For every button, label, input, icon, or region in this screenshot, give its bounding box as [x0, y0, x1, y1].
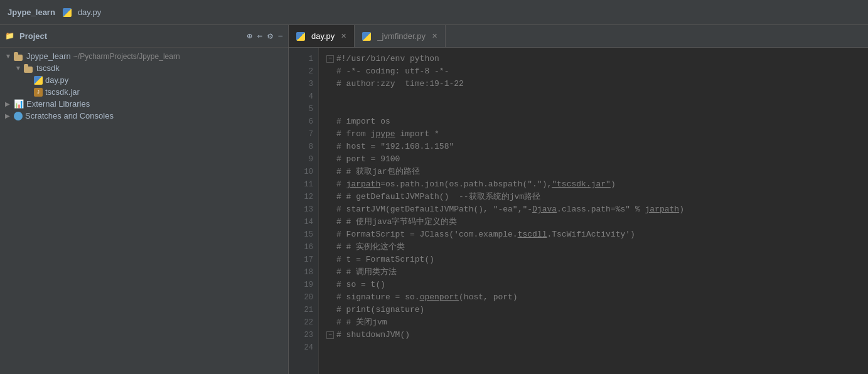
- py-icon-tab2: [362, 32, 371, 41]
- code-text-1: #!/usr/bin/env python: [336, 53, 439, 65]
- line-num-4: 4: [289, 90, 318, 103]
- code-text-14: # # 使用java字节码中定义的类: [336, 216, 457, 228]
- line-num-24: 24: [289, 341, 318, 354]
- code-text-20: # signature = so.openport(host, port): [336, 291, 518, 304]
- sidebar-label-root-path: ~/PycharmProjects/Jpype_learn: [73, 52, 180, 61]
- py-icon-day: [34, 76, 43, 85]
- code-line-16: # # 实例化这个类: [326, 241, 868, 254]
- py-icon-title: [63, 8, 72, 17]
- folder-icon-tscsdk: [24, 64, 34, 73]
- code-line-4: [326, 90, 868, 103]
- tree-arrow-root: [5, 53, 14, 60]
- code-line-22: # # 关闭jvm: [326, 316, 868, 329]
- code-text-9: # port = 9100: [336, 153, 400, 166]
- code-line-15: # FormatScript = JClass('com.example.tsc…: [326, 228, 868, 241]
- code-line-5: [326, 103, 868, 115]
- sidebar-header-title: Project: [19, 31, 47, 41]
- sidebar-item-ext-libs[interactable]: 📊 External Libraries: [0, 98, 288, 110]
- code-text-8: # host = "192.168.1.158": [336, 141, 454, 153]
- line-num-2: 2: [289, 65, 318, 78]
- code-text-23: # shutdownJVM(): [336, 329, 410, 341]
- fold-1[interactable]: −: [326, 55, 334, 63]
- tab-label-jvmfinder-py: _jvmfinder.py: [377, 31, 426, 41]
- title-file-tab: day.py: [63, 8, 101, 17]
- code-text-7: # from jpype import *: [336, 128, 439, 141]
- tab-day-py[interactable]: day.py ✕: [289, 25, 355, 47]
- line-num-6: 6: [289, 115, 318, 128]
- minimize-icon[interactable]: −: [278, 31, 283, 41]
- line-num-12: 12: [289, 191, 318, 203]
- code-line-1: − #!/usr/bin/env python: [326, 53, 868, 65]
- py-icon-tab1: [296, 32, 305, 41]
- sidebar-label-tscsdk: tscsdk: [36, 63, 60, 73]
- sidebar-header-icons: ⊕ ⇐ ⚙ −: [247, 31, 283, 41]
- lib-icon: 📊: [14, 99, 24, 109]
- tree-arrow-scratches: [5, 112, 14, 119]
- code-text-17: # t = FormatScript(): [336, 254, 434, 266]
- code-line-18: # # 调用类方法: [326, 266, 868, 279]
- code-line-7: # from jpype import *: [326, 128, 868, 141]
- line-num-18: 18: [289, 266, 318, 279]
- code-line-24: [326, 341, 868, 354]
- line-num-15: 15: [289, 228, 318, 241]
- code-text-24: [336, 341, 341, 354]
- editor-tabs: day.py ✕ _jvmfinder.py ✕: [289, 25, 868, 48]
- line-num-9: 9: [289, 153, 318, 166]
- code-text-10: # # 获取jar包的路径: [336, 166, 420, 178]
- tab-close-day-py[interactable]: ✕: [341, 32, 346, 40]
- sidebar-header: 📁 Project ⊕ ⇐ ⚙ −: [0, 25, 288, 48]
- sidebar-item-tscsdk[interactable]: tscsdk: [0, 62, 288, 74]
- code-line-12: # # getDefaultJVMPath() --获取系统的jvm路径: [326, 191, 868, 203]
- add-icon[interactable]: ⊕: [247, 31, 252, 41]
- code-line-23: − # shutdownJVM(): [326, 329, 868, 341]
- tab-close-jvmfinder-py[interactable]: ✕: [432, 32, 437, 40]
- code-line-21: # print(signature): [326, 304, 868, 316]
- line-num-1: 1: [289, 53, 318, 65]
- sidebar-label-day-py: day.py: [45, 75, 68, 85]
- project-title: Jpype_learn: [8, 8, 55, 17]
- line-num-8: 8: [289, 141, 318, 153]
- settings-icon[interactable]: ⚙: [267, 31, 272, 41]
- sidebar-item-tscsdk-jar[interactable]: J tscsdk.jar: [0, 86, 288, 98]
- code-line-2: # -*- coding: utf-8 -*-: [326, 65, 868, 78]
- title-bar: Jpype_learn day.py: [0, 0, 868, 25]
- code-content[interactable]: − #!/usr/bin/env python # -*- coding: ut…: [319, 48, 868, 374]
- line-num-7: 7: [289, 128, 318, 141]
- sidebar-label-scratches: Scratches and Consoles: [25, 111, 114, 120]
- code-text-16: # # 实例化这个类: [336, 241, 405, 254]
- code-text-12: # # getDefaultJVMPath() --获取系统的jvm路径: [336, 191, 540, 203]
- line-num-11: 11: [289, 178, 318, 191]
- sidebar: 📁 Project ⊕ ⇐ ⚙ − Jpype_learn ~/PycharmP…: [0, 25, 289, 374]
- code-text-13: # startJVM(getDefaultJVMPath(), "-ea","-…: [336, 203, 684, 216]
- sidebar-item-day-py[interactable]: day.py: [0, 74, 288, 86]
- sidebar-item-root[interactable]: Jpype_learn ~/PycharmProjects/Jpype_lear…: [0, 50, 288, 62]
- code-text-3: # author:zzy time:19-1-22: [336, 78, 464, 90]
- code-editor[interactable]: 1 2 3 4 5 6 7 8 9 10 11 12 13 14 15 16 1…: [289, 48, 868, 374]
- code-text-22: # # 关闭jvm: [336, 316, 387, 329]
- code-line-3: # author:zzy time:19-1-22: [326, 78, 868, 90]
- folder-icon-root: [14, 52, 24, 61]
- sidebar-item-scratches[interactable]: Scratches and Consoles: [0, 110, 288, 122]
- title-file-name: day.py: [78, 8, 101, 17]
- code-text-21: # print(signature): [336, 304, 424, 316]
- code-line-8: # host = "192.168.1.158": [326, 141, 868, 153]
- code-line-11: # jarpath=os.path.join(os.path.abspath("…: [326, 178, 868, 191]
- line-num-17: 17: [289, 254, 318, 266]
- code-line-14: # # 使用java字节码中定义的类: [326, 216, 868, 228]
- code-line-13: # startJVM(getDefaultJVMPath(), "-ea","-…: [326, 203, 868, 216]
- tree-arrow-tscsdk: [15, 65, 24, 72]
- line-num-23: 23: [289, 329, 318, 341]
- jar-icon: J: [34, 88, 43, 97]
- code-text-15: # FormatScript = JClass('com.example.tsc…: [336, 228, 635, 241]
- code-line-10: # # 获取jar包的路径: [326, 166, 868, 178]
- collapse-icon[interactable]: ⇐: [257, 31, 262, 41]
- code-line-17: # t = FormatScript(): [326, 254, 868, 266]
- tab-jvmfinder-py[interactable]: _jvmfinder.py ✕: [355, 25, 446, 47]
- tab-label-day-py: day.py: [311, 31, 335, 41]
- scratch-icon: [14, 112, 23, 120]
- line-num-21: 21: [289, 304, 318, 316]
- fold-23[interactable]: −: [326, 331, 334, 339]
- code-line-6: # import os: [326, 115, 868, 128]
- line-num-14: 14: [289, 216, 318, 228]
- sidebar-label-tscsdk-jar: tscsdk.jar: [45, 87, 80, 97]
